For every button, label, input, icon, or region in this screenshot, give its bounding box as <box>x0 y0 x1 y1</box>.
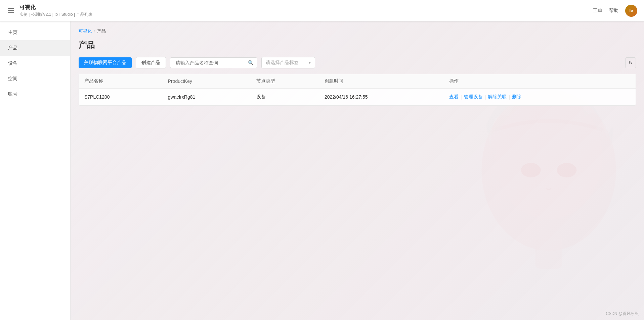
header-left: 可视化 实例 | 公测版V2.1 | IoT Studio | 产品列表 <box>7 4 92 17</box>
header-title-group: 可视化 实例 | 公测版V2.1 | IoT Studio | 产品列表 <box>19 4 92 17</box>
action-manage-device[interactable]: 管理设备 <box>464 94 483 100</box>
menu-icon[interactable] <box>7 7 15 14</box>
chevron-down-icon: ▾ <box>309 60 311 65</box>
breadcrumb-separator: / <box>94 29 95 34</box>
sidebar-item-product-label: 产品 <box>8 45 17 50</box>
col-productkey: ProductKey <box>163 74 251 89</box>
action-sep-2: | <box>485 94 486 100</box>
breadcrumb-current: 产品 <box>97 28 106 34</box>
cell-productkey: gwaelrxRg81 <box>163 89 251 106</box>
sidebar-item-device-label: 设备 <box>8 60 17 66</box>
workorder-button[interactable]: 工单 <box>593 8 602 14</box>
tag-select-dropdown[interactable]: 请选择产品标签 ▾ <box>261 57 315 68</box>
action-unlink[interactable]: 解除关联 <box>488 94 507 100</box>
page-title: 产品 <box>79 40 636 50</box>
sidebar-item-home-label: 主页 <box>8 30 17 35</box>
actions-cell: 查看 | 管理设备 | 解除关联 | 删除 <box>449 94 630 100</box>
header-right: 工单 帮助 Ie <box>593 5 637 17</box>
help-button[interactable]: 帮助 <box>609 8 618 14</box>
search-box: 🔍 <box>170 57 257 68</box>
table-row: S7PLC1200 gwaelrxRg81 设备 2022/04/16 16:2… <box>79 89 636 106</box>
cell-product-name: S7PLC1200 <box>79 89 163 106</box>
header: 可视化 实例 | 公测版V2.1 | IoT Studio | 产品列表 工单 … <box>0 0 644 21</box>
breadcrumb-root[interactable]: 可视化 <box>79 28 92 34</box>
col-node-type: 节点类型 <box>251 74 319 89</box>
action-delete[interactable]: 删除 <box>512 94 521 100</box>
sidebar-item-product[interactable]: 产品 <box>0 40 70 56</box>
table-header: 产品名称 ProductKey 节点类型 创建时间 操作 <box>79 74 636 89</box>
sidebar-item-space[interactable]: 空间 <box>0 71 70 87</box>
sidebar: 主页 产品 设备 空间 账号 <box>0 21 71 320</box>
cell-node-type: 设备 <box>251 89 319 106</box>
sidebar-item-space-label: 空间 <box>8 76 17 81</box>
refresh-button[interactable]: ↻ <box>625 57 636 68</box>
create-product-button[interactable]: 创建产品 <box>136 57 166 68</box>
sidebar-item-account-label: 账号 <box>8 91 17 97</box>
main-content: 可视化 / 产品 产品 关联物联网平台产品 创建产品 🔍 请选择产品标签 ▾ ↻… <box>71 21 644 320</box>
cell-created-time: 2022/04/16 16:27:55 <box>319 89 444 106</box>
search-input[interactable] <box>174 58 248 68</box>
action-sep-3: | <box>509 94 510 100</box>
cell-actions: 查看 | 管理设备 | 解除关联 | 删除 <box>444 89 636 106</box>
action-sep-1: | <box>461 94 462 100</box>
table-body: S7PLC1200 gwaelrxRg81 设备 2022/04/16 16:2… <box>79 89 636 106</box>
tag-select-placeholder: 请选择产品标签 <box>266 60 306 66</box>
product-table: 产品名称 ProductKey 节点类型 创建时间 操作 S7PLC1200 g… <box>79 74 636 105</box>
col-action: 操作 <box>444 74 636 89</box>
app-title: 可视化 <box>19 4 92 11</box>
product-table-container: 产品名称 ProductKey 节点类型 创建时间 操作 S7PLC1200 g… <box>79 74 636 106</box>
sidebar-item-device[interactable]: 设备 <box>0 56 70 71</box>
action-view[interactable]: 查看 <box>449 94 459 100</box>
sidebar-item-account[interactable]: 账号 <box>0 87 70 102</box>
col-name: 产品名称 <box>79 74 163 89</box>
app-subtitle: 实例 | 公测版V2.1 | IoT Studio | 产品列表 <box>19 12 92 17</box>
breadcrumb: 可视化 / 产品 <box>79 28 636 34</box>
sidebar-item-home[interactable]: 主页 <box>0 25 70 40</box>
refresh-icon: ↻ <box>629 60 633 65</box>
avatar[interactable]: Ie <box>625 5 637 17</box>
search-icon: 🔍 <box>248 60 254 65</box>
avatar-text: Ie <box>630 8 633 13</box>
col-created-time: 创建时间 <box>319 74 444 89</box>
toolbar: 关联物联网平台产品 创建产品 🔍 请选择产品标签 ▾ ↻ <box>79 57 636 68</box>
link-iot-button[interactable]: 关联物联网平台产品 <box>79 57 132 68</box>
